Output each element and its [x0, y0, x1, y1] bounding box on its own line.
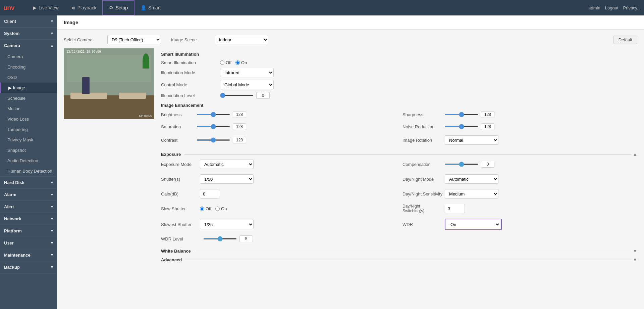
noise-reduction-slider[interactable]	[445, 126, 478, 127]
white-balance-collapse-icon[interactable]: ▼	[633, 248, 637, 254]
slow-shutter-on-radio[interactable]	[215, 207, 220, 211]
sidebar-group-header-harddisk[interactable]: Hard Disk ▾	[0, 177, 57, 188]
white-balance-header[interactable]: White Balance ▼	[161, 248, 637, 254]
contrast-label: Contrast	[161, 138, 195, 143]
main-content: Image Select Camera D9 (Tech Office) D1 …	[57, 15, 644, 309]
exposure-collapse-icon[interactable]: ▲	[633, 151, 637, 157]
noise-reduction-label: Noise Reduction	[402, 124, 443, 129]
smart-illum-on-radio[interactable]	[235, 60, 240, 65]
logo-text: unv	[3, 4, 14, 11]
live-view-icon: ▶	[33, 5, 37, 10]
nav-smart[interactable]: 👤 Smart	[135, 0, 167, 15]
network-group-label: Network	[4, 216, 21, 221]
gain-input[interactable]	[200, 189, 220, 198]
sidebar-group-header-camera[interactable]: Camera ▴	[0, 40, 57, 51]
slow-shutter-on-label[interactable]: On	[215, 206, 227, 211]
sidebar-item-camera[interactable]: Camera	[0, 51, 57, 62]
sidebar-group-header-user[interactable]: User ▾	[0, 237, 57, 249]
contrast-slider[interactable]	[197, 139, 230, 141]
slow-shutter-off-label[interactable]: Off	[200, 206, 211, 211]
smart-illumination-title: Smart Illumination	[161, 52, 637, 57]
illumination-mode-row: Illumination Mode Infrared White Light S…	[161, 68, 637, 77]
sidebar-item-image[interactable]: ▶ Image	[0, 83, 57, 93]
day-night-sensitivity-label: Day/Night Sensitivity	[402, 191, 443, 196]
smart-illum-on-label[interactable]: On	[235, 60, 247, 65]
system-chevron: ▾	[51, 31, 53, 36]
brightness-row: Brightness 128	[161, 111, 396, 118]
advanced-collapse-icon[interactable]: ▼	[633, 257, 637, 262]
sidebar-item-snapshot[interactable]: Snapshot	[0, 145, 57, 156]
nav-setup[interactable]: ⚙ Setup	[102, 0, 135, 15]
sidebar-item-human-body[interactable]: Human Body Detection	[0, 166, 57, 176]
wdr-dropdown[interactable]: On Off	[446, 220, 500, 229]
top-nav: unv ▶ Live View ⏯ Playback ⚙ Setup 👤 Sma…	[0, 0, 644, 15]
harddisk-group-label: Hard Disk	[4, 180, 24, 185]
layout: Client ▾ System ▾ Camera ▴ Camera Encodi…	[0, 15, 644, 309]
sidebar-group-camera: Camera ▴ Camera Encoding OSD ▶ Image Sch…	[0, 40, 57, 177]
sidebar-group-header-maintenance[interactable]: Maintenance ▾	[0, 249, 57, 261]
wdr-level-slider[interactable]	[203, 238, 237, 239]
brightness-slider[interactable]	[197, 114, 230, 115]
advanced-header[interactable]: Advanced ▼	[161, 257, 637, 262]
saturation-slider[interactable]	[197, 126, 230, 127]
camera-chevron: ▴	[51, 43, 53, 48]
user-group-label: User	[4, 240, 14, 246]
sidebar-item-encoding[interactable]: Encoding	[0, 62, 57, 72]
nav-right: admin Logout Privacy...	[588, 5, 641, 10]
advanced-section: Advanced ▼	[161, 257, 637, 262]
settings-panel: Smart Illumination Smart Illumination Of…	[161, 48, 637, 262]
exposure-section: Exposure ▲ Exposure Mode Automatic Manua…	[161, 151, 637, 245]
day-night-sensitivity-row: Day/Night Sensitivity Low Medium High	[402, 189, 637, 198]
sidebar-group-header-network[interactable]: Network ▾	[0, 213, 57, 225]
control-mode-label: Control Mode	[161, 82, 218, 87]
sidebar-item-motion[interactable]: Motion	[0, 103, 57, 114]
illumination-mode-dropdown[interactable]: Infrared White Light Smart Mix	[220, 68, 274, 77]
compensation-label: Compensation	[402, 162, 443, 167]
sidebar-item-audio-detection[interactable]: Audio Detection	[0, 156, 57, 166]
slowest-shutter-dropdown[interactable]: 1/25 1/12.5	[200, 220, 254, 229]
control-mode-dropdown[interactable]: Global Mode Manual	[220, 80, 274, 89]
alarm-group-label: Alarm	[4, 192, 16, 197]
nav-playback[interactable]: ⏯ Playback	[65, 0, 103, 15]
sidebar-group-header-alert[interactable]: Alert ▾	[0, 201, 57, 213]
sidebar-group-header-system[interactable]: System ▾	[0, 28, 57, 39]
logout-button[interactable]: Logout	[605, 5, 619, 10]
alarm-chevron: ▾	[51, 192, 53, 197]
day-night-switching-input[interactable]	[445, 204, 465, 213]
sharpness-slider[interactable]	[445, 114, 478, 115]
camera-channel: CH 09:D9	[139, 114, 152, 118]
compensation-slider[interactable]	[445, 164, 478, 165]
white-balance-section: White Balance ▼	[161, 248, 637, 254]
default-button[interactable]: Default	[613, 36, 637, 44]
shutter-dropdown[interactable]: 1/50 1/25 1/100	[200, 174, 254, 184]
slow-shutter-off-radio[interactable]	[200, 207, 204, 211]
sidebar-group-header-platform[interactable]: Platform ▾	[0, 225, 57, 237]
sidebar-group-header-alarm[interactable]: Alarm ▾	[0, 189, 57, 201]
exposure-mode-dropdown[interactable]: Automatic Manual	[200, 160, 254, 169]
playback-icon: ⏯	[71, 5, 75, 10]
privacy-button[interactable]: Privacy...	[623, 5, 641, 10]
sidebar-item-video-loss[interactable]: Video Loss	[0, 114, 57, 124]
sidebar-group-client: Client ▾	[0, 15, 57, 28]
image-scene-label: Image Scene	[171, 37, 211, 42]
nav-live-view[interactable]: ▶ Live View	[27, 0, 65, 15]
sidebar-item-schedule[interactable]: Schedule	[0, 93, 57, 103]
image-rotation-dropdown[interactable]: Normal 90° 180° 270°	[445, 135, 498, 145]
illumination-level-slider[interactable]	[220, 95, 254, 96]
image-scene-dropdown[interactable]: Indoor Outdoor Custom	[215, 35, 268, 44]
sidebar-item-osd[interactable]: OSD	[0, 72, 57, 83]
select-camera-dropdown[interactable]: D9 (Tech Office) D1 D2	[107, 35, 161, 44]
day-night-mode-dropdown[interactable]: Automatic Day Night	[445, 174, 498, 184]
wdr-row: WDR On Off	[402, 219, 637, 230]
day-night-sensitivity-dropdown[interactable]: Low Medium High	[445, 189, 498, 198]
smart-illum-off-radio[interactable]	[220, 60, 224, 65]
client-chevron: ▾	[51, 19, 53, 24]
sidebar-group-header-client[interactable]: Client ▾	[0, 15, 57, 27]
sidebar-item-privacy-mask[interactable]: Privacy Mask	[0, 135, 57, 145]
smart-illum-off-label[interactable]: Off	[220, 60, 231, 65]
sidebar-group-header-backup[interactable]: Backup ▾	[0, 261, 57, 273]
wdr-label: WDR	[402, 222, 443, 227]
alert-group-label: Alert	[4, 204, 14, 209]
maintenance-group-label: Maintenance	[4, 253, 31, 258]
sidebar-item-tampering[interactable]: Tampering	[0, 124, 57, 135]
